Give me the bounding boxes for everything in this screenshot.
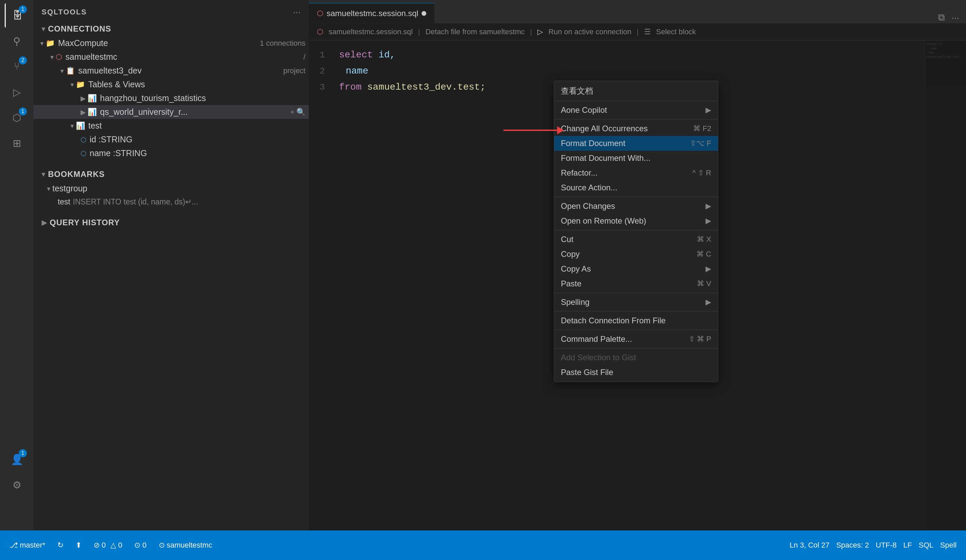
field-name: name (339, 66, 368, 76)
test-table-label: test (88, 121, 306, 131)
select-block-link[interactable]: Select block (656, 28, 696, 36)
status-language[interactable]: SQL (916, 540, 936, 551)
bookmark-item-test[interactable]: test INSERT INTO test (id, name, ds)↵... (34, 195, 309, 209)
menu-item-aone-copilot[interactable]: Aone Copilot ▶ (554, 103, 718, 118)
status-spell[interactable]: Spell (938, 540, 959, 551)
activity-database[interactable]: ⬡ 1 (5, 105, 29, 130)
menu-item-view-docs[interactable]: 查看文档 (554, 83, 718, 99)
connections-chevron: ▾ (42, 25, 45, 33)
testgroup-label: testgroup (53, 184, 306, 194)
tree-item-samueltestmc[interactable]: ▾ ⬡ samueltestmc / (34, 50, 309, 64)
status-info[interactable]: ⊙ 0 (131, 540, 149, 551)
tables-folder-icon: 📁 (76, 80, 85, 89)
activity-source-control[interactable]: ⑂ 2 (5, 54, 29, 79)
run-connection-link[interactable]: Run on active connection (549, 28, 631, 36)
copy-shortcut: ⌘ C (697, 250, 711, 258)
menu-sep-5 (554, 293, 718, 293)
add-icon[interactable]: + (290, 108, 294, 117)
query-history-section-header[interactable]: ▶ QUERY HISTORY (34, 215, 309, 230)
menu-item-copy[interactable]: Copy ⌘ C (554, 247, 718, 261)
activity-extensions[interactable]: ⊞ (5, 131, 29, 155)
status-ln-col[interactable]: Ln 3, Col 27 (787, 540, 833, 551)
tree-item-test-table[interactable]: ▾ 📊 test (34, 119, 309, 133)
menu-item-open-changes[interactable]: Open Changes ▶ (554, 199, 718, 213)
maxcompute-sublabel: 1 connections (260, 39, 306, 48)
qs-world-label: qs_world_university_r... (100, 107, 288, 117)
publish-icon: ⬆ (76, 541, 82, 550)
menu-item-refactor[interactable]: Refactor... ^ ⇧ R (554, 166, 718, 180)
tab-session-sql[interactable]: ⬡ samueltestmc.session.sql (309, 3, 435, 23)
menu-item-copy-as[interactable]: Copy As ▶ (554, 261, 718, 276)
status-encoding[interactable]: UTF-8 (873, 540, 899, 551)
menu-item-command-palette[interactable]: Command Palette... ⇧ ⌘ P (554, 332, 718, 347)
line-num-2: 2 (309, 63, 336, 79)
editor-with-scroll: 1 select id, 2 name 3 from samueltest3_d… (309, 40, 966, 530)
warning-count: 0 (118, 541, 122, 550)
search-small-icon[interactable]: 🔍 (296, 108, 306, 117)
connections-label: CONNECTIONS (48, 24, 111, 34)
editor-topbar: ⬡ samueltestmc.session.sql | Detach file… (309, 23, 966, 40)
bookmark-name: test (58, 197, 70, 207)
status-bar: ⎇ master* ↻ ⬆ ⊘ 0 △ 0 ⊙ 0 ⊙ samueltestmc… (0, 530, 966, 560)
menu-item-paste[interactable]: Paste ⌘ V (554, 276, 718, 291)
activity-account[interactable]: 👤 1 (5, 447, 29, 471)
source-control-badge: 2 (19, 56, 27, 64)
menu-label-format-doc: Format Document (561, 139, 625, 148)
editor-menu-icon[interactable]: ··· (951, 12, 959, 23)
main-area: ⬡ samueltestmc.session.sql ⧉ ··· ⬡ samue… (309, 0, 966, 530)
status-sync[interactable]: ↻ (55, 540, 66, 551)
column-icon-name: ⬡ (80, 149, 86, 158)
bookmarks-section-header[interactable]: ▾ BOOKMARKS (34, 167, 309, 182)
menu-item-source-action[interactable]: Source Action... (554, 180, 718, 195)
from-table: samueltest3_dev.test; (367, 82, 486, 92)
menu-label-cut: Cut (561, 235, 573, 244)
tree-item-tables-views[interactable]: ▾ 📁 Tables & Views (34, 77, 309, 91)
sidebar-menu-icon[interactable]: ··· (293, 7, 301, 18)
menu-label-change-all: Change All Occurrences (561, 124, 648, 133)
paste-shortcut: ⌘ V (697, 279, 711, 288)
tree-item-name-column[interactable]: ⬡ name :STRING (34, 146, 309, 160)
cut-shortcut: ⌘ X (697, 235, 711, 244)
menu-label-spelling: Spelling (561, 297, 590, 307)
command-palette-shortcut: ⇧ ⌘ P (689, 335, 711, 343)
menu-label-source-action: Source Action... (561, 183, 617, 192)
branch-icon: ⎇ (10, 541, 18, 550)
id-column-label: id :STRING (90, 135, 306, 145)
settings-activity-icon: ⚙ (12, 479, 21, 491)
split-editor-icon[interactable]: ⧉ (938, 12, 945, 23)
status-spaces[interactable]: Spaces: 2 (833, 540, 872, 551)
status-line-ending[interactable]: LF (900, 540, 915, 551)
status-publish[interactable]: ⬆ (73, 540, 84, 551)
activity-settings[interactable]: ⚙ (5, 473, 29, 497)
menu-item-open-remote[interactable]: Open on Remote (Web) ▶ (554, 213, 718, 228)
tree-item-samueltest3dev[interactable]: ▾ 📋 samueltest3_dev project (34, 64, 309, 77)
connections-section-header[interactable]: ▾ CONNECTIONS (34, 21, 309, 36)
menu-label-aone-copilot: Aone Copilot (561, 105, 607, 115)
menu-label-paste-gist: Paste Gist File (561, 368, 613, 377)
menu-item-detach-connection[interactable]: Detach Connection From File (554, 313, 718, 328)
menu-item-change-all[interactable]: Change All Occurrences ⌘ F2 (554, 121, 718, 136)
connection-icon: ⬡ (56, 53, 62, 61)
menu-item-format-doc-with[interactable]: Format Document With... (554, 151, 718, 166)
activity-sqltools[interactable]: 🗄 1 (5, 3, 29, 28)
detach-file-link[interactable]: Detach file from samueltestmc (425, 28, 525, 36)
menu-item-spelling[interactable]: Spelling ▶ (554, 295, 718, 310)
tree-item-qs-world[interactable]: ▶ 📊 qs_world_university_r... + 🔍 (34, 105, 309, 119)
status-errors[interactable]: ⊘ 0 △ 0 (91, 540, 125, 551)
column-icon-id: ⬡ (80, 136, 86, 144)
status-connection[interactable]: ⊙ samueltestmc (156, 540, 215, 551)
project-icon: 📋 (66, 66, 75, 75)
menu-item-paste-gist[interactable]: Paste Gist File (554, 365, 718, 380)
activity-run[interactable]: ▷ (5, 80, 29, 104)
menu-item-cut[interactable]: Cut ⌘ X (554, 232, 718, 247)
format-doc-shortcut: ⇧⌥ F (690, 139, 711, 148)
menu-item-format-doc[interactable]: Format Document ⇧⌥ F (554, 136, 718, 151)
tree-item-id-column[interactable]: ⬡ id :STRING (34, 133, 309, 146)
tree-item-maxcompute[interactable]: ▾ 📁 MaxCompute 1 connections (34, 36, 309, 50)
tree-item-hangzhou[interactable]: ▶ 📊 hangzhou_tourism_statistics (34, 91, 309, 105)
activity-search[interactable]: ⚲ (5, 29, 29, 53)
status-branch[interactable]: ⎇ master* (7, 540, 48, 551)
tree-item-testgroup[interactable]: ▾ testgroup (34, 182, 309, 195)
topbar-filename: samueltestmc.session.sql (329, 28, 413, 36)
menu-label-open-remote: Open on Remote (Web) (561, 216, 646, 226)
